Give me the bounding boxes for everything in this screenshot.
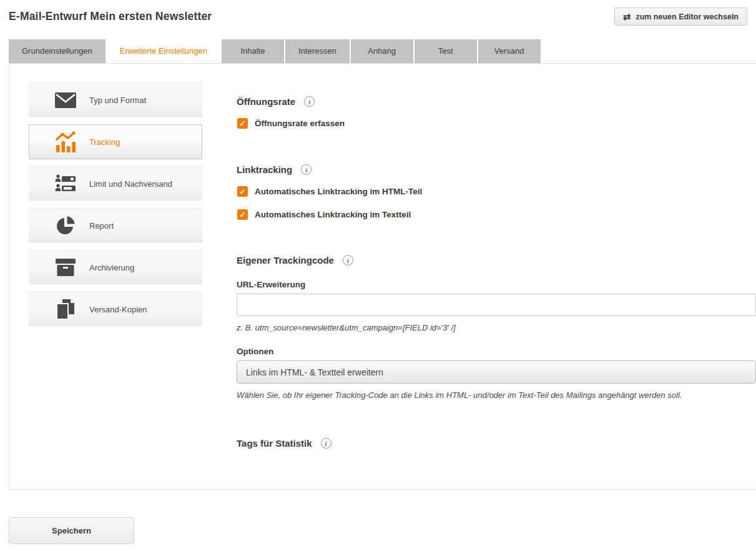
settings-sidebar: Typ und Format Tracking bbox=[9, 64, 202, 489]
open-rate-checkbox-label: Öffnungsrate erfassen bbox=[255, 119, 345, 128]
switch-editor-button[interactable]: ⇄ zum neuen Editor wechseln bbox=[614, 7, 747, 26]
tab-test[interactable]: Test bbox=[415, 39, 477, 63]
tab-versand[interactable]: Versand bbox=[478, 39, 541, 63]
sidebar-item-report[interactable]: Report bbox=[29, 208, 202, 243]
swap-arrows-icon: ⇄ bbox=[623, 12, 631, 21]
tab-interessen[interactable]: Interessen bbox=[285, 39, 350, 63]
link-tracking-heading-text: Linktracking bbox=[237, 164, 292, 175]
sidebar-item-label: Tracking bbox=[89, 137, 120, 147]
link-tracking-section-heading: Linktracking i bbox=[237, 164, 756, 175]
copies-icon bbox=[53, 299, 78, 319]
custom-trackingcode-heading-text: Eigener Trackingcode bbox=[237, 255, 334, 266]
tab-inhalte[interactable]: Inhalte bbox=[222, 39, 284, 63]
link-tracking-text-checkbox[interactable]: ✓ bbox=[237, 209, 248, 220]
switch-editor-button-label: zum neuen Editor wechseln bbox=[636, 12, 739, 21]
sidebar-item-limit-und-nachversand[interactable]: Limit und Nachversand bbox=[29, 166, 202, 201]
custom-trackingcode-section-heading: Eigener Trackingcode i bbox=[237, 255, 756, 266]
url-extension-hint: z. B. utm_source=newsletter&utm_campaign… bbox=[237, 323, 756, 332]
page-header: E-Mail-Entwurf Mein ersten Newsletter ⇄ … bbox=[0, 0, 756, 39]
options-label: Optionen bbox=[237, 347, 756, 356]
link-tracking-html-label: Automatisches Linktracking im HTML-Teil bbox=[255, 187, 422, 196]
link-tracking-html-checkbox[interactable]: ✓ bbox=[237, 186, 248, 197]
link-tracking-text-label: Automatisches Linktracking im Textteil bbox=[255, 210, 411, 219]
tracking-settings-content: Öffnungsrate i ✓ Öffnungsrate erfassen L… bbox=[202, 64, 756, 489]
options-select[interactable]: Links im HTML- & Textteil erweitern bbox=[237, 360, 756, 384]
sidebar-item-tracking[interactable]: Tracking bbox=[29, 124, 202, 159]
tab-grundeinstellungen[interactable]: Grundeinstellungen bbox=[9, 39, 106, 63]
info-icon[interactable]: i bbox=[321, 438, 331, 449]
sidebar-item-label: Typ und Format bbox=[89, 96, 146, 105]
sidebar-item-label: Limit und Nachversand bbox=[89, 179, 172, 189]
link-tracking-html-checkbox-row: ✓ Automatisches Linktracking im HTML-Tei… bbox=[237, 186, 756, 197]
tab-anhang[interactable]: Anhang bbox=[351, 39, 413, 63]
open-rate-checkbox[interactable]: ✓ bbox=[237, 118, 248, 129]
stats-tags-section-heading: Tags für Statistik i bbox=[237, 438, 756, 449]
bar-chart-icon bbox=[53, 131, 78, 153]
url-extension-label: URL-Erweiterung bbox=[237, 280, 756, 289]
info-icon[interactable]: i bbox=[304, 96, 315, 107]
sidebar-item-label: Archivierung bbox=[89, 263, 134, 272]
info-icon[interactable]: i bbox=[343, 255, 353, 266]
sidebar-item-typ-und-format[interactable]: Typ und Format bbox=[29, 82, 202, 117]
archive-box-icon bbox=[53, 259, 78, 276]
pie-chart-icon bbox=[53, 216, 78, 236]
users-limit-icon bbox=[53, 174, 78, 193]
open-rate-checkbox-row: ✓ Öffnungsrate erfassen bbox=[237, 118, 756, 129]
stats-tags-heading-text: Tags für Statistik bbox=[237, 438, 312, 449]
sidebar-item-archivierung[interactable]: Archivierung bbox=[29, 250, 202, 285]
link-tracking-text-checkbox-row: ✓ Automatisches Linktracking im Textteil bbox=[237, 209, 756, 220]
info-icon[interactable]: i bbox=[301, 164, 312, 175]
sidebar-item-label: Report bbox=[89, 221, 114, 231]
options-select-value: Links im HTML- & Textteil erweitern bbox=[246, 367, 383, 377]
envelope-icon bbox=[53, 92, 78, 108]
tab-bar: Grundeinstellungen Erweiterte Einstellun… bbox=[9, 39, 756, 63]
save-button[interactable]: Speichern bbox=[9, 517, 134, 544]
settings-panel: Typ und Format Tracking bbox=[9, 63, 756, 490]
open-rate-section-heading: Öffnungsrate i bbox=[237, 96, 756, 107]
sidebar-item-label: Versand-Kopien bbox=[89, 305, 147, 314]
url-extension-input[interactable] bbox=[237, 294, 756, 316]
options-hint: Wählen Sie, ob Ihr eigener Tracking-Code… bbox=[237, 390, 756, 400]
sidebar-item-versand-kopien[interactable]: Versand-Kopien bbox=[29, 292, 202, 327]
open-rate-heading-text: Öffnungsrate bbox=[237, 96, 295, 107]
tab-erweiterte-einstellungen[interactable]: Erweiterte Einstellungen bbox=[107, 39, 220, 63]
